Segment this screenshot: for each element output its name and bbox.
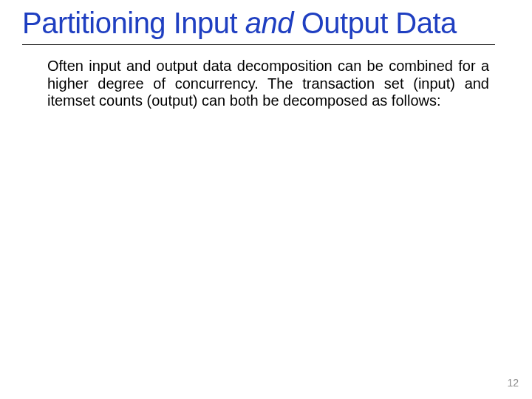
title-suffix: Output Data: [293, 7, 457, 39]
title-underline: [22, 44, 495, 45]
page-number: 12: [507, 377, 519, 389]
slide-body-text: Often input and output data decompositio…: [47, 58, 489, 110]
slide: Partitioning Input and Output Data Often…: [0, 0, 532, 399]
title-italic-word: and: [245, 7, 293, 39]
title-prefix: Partitioning Input: [22, 7, 245, 39]
slide-title: Partitioning Input and Output Data: [22, 7, 510, 38]
